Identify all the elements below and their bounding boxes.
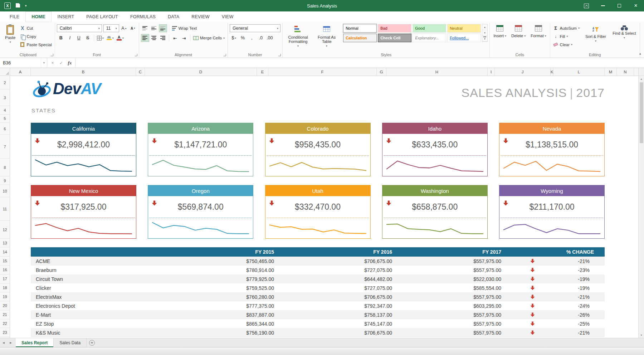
table-row-electronics-depot[interactable]: Electronics Depot$777,375.00$792,347.00$… (31, 301, 605, 310)
state-card-arizona[interactable]: Arizona$1,147,721.00 (148, 123, 253, 176)
column-header-b[interactable]: B (31, 68, 136, 76)
minimize-button[interactable] (595, 0, 611, 11)
clipboard-dialog-launcher-icon[interactable] (51, 54, 53, 56)
gallery-more-icon[interactable]: ▾ (482, 36, 487, 42)
maximize-button[interactable] (611, 0, 628, 11)
scrollbar-thumb[interactable] (640, 82, 643, 143)
row-header-6[interactable]: 6 (0, 123, 10, 135)
number-dialog-launcher-icon[interactable] (278, 54, 281, 56)
column-header-i[interactable]: I (488, 68, 495, 76)
row-header-21[interactable]: 21 (0, 310, 10, 319)
column-header-j[interactable]: J (495, 68, 551, 76)
ribbon-display-options-icon[interactable] (578, 0, 595, 11)
column-header-k[interactable]: K (551, 68, 553, 76)
font-color-button[interactable]: A▾ (116, 34, 125, 42)
strikethrough-button[interactable]: S (84, 34, 92, 42)
merge-cells-button[interactable]: Merge Cells▾ (192, 35, 226, 42)
percent-style-button[interactable]: % (239, 34, 247, 42)
alignment-dialog-launcher-icon[interactable] (224, 54, 226, 56)
number-format-select[interactable]: General▾ (230, 24, 280, 32)
state-card-new-mexico[interactable]: New Mexico$317,925.00 (31, 185, 136, 239)
ribbon-tab-page-layout[interactable]: PAGE LAYOUT (80, 11, 124, 22)
bold-button[interactable]: B (57, 34, 65, 42)
align-right-button[interactable] (159, 34, 167, 42)
row-header-17[interactable]: 17 (0, 274, 10, 283)
row-header-4[interactable]: 4 (0, 106, 10, 115)
ribbon-tab-file[interactable]: FILE (4, 11, 25, 22)
table-row-ez-stop[interactable]: EZ Stop$865,344.00$745,147.00$557,975.00… (31, 319, 605, 328)
font-family-select[interactable]: Calibri▾ (57, 24, 102, 32)
font-dialog-launcher-icon[interactable] (135, 54, 137, 56)
accounting-number-format-button[interactable]: $▾ (230, 34, 238, 42)
decrease-decimal-button[interactable]: .00 (265, 34, 274, 42)
sheet-nav-right-icon[interactable]: ▸ (7, 338, 14, 347)
insert-cells-button[interactable]: Insert▾ (492, 24, 508, 39)
cell-style-explanatory[interactable]: Explanatory... (413, 34, 446, 42)
table-row-k-s-music[interactable]: K&S Music$756,190.00$706,675.00$557,975.… (31, 328, 605, 337)
find-select-button[interactable]: Find & Select ▾ (611, 24, 638, 40)
gallery-down-icon[interactable]: ▾ (482, 30, 487, 36)
column-header-h[interactable]: H (386, 68, 488, 76)
decrease-indent-button[interactable]: ⇤ (171, 34, 179, 42)
row-header-14[interactable]: 14 (0, 247, 10, 257)
formula-input[interactable] (75, 58, 644, 68)
wrap-text-button[interactable]: Wrap Text (171, 25, 198, 32)
column-header-d[interactable]: D (145, 68, 257, 76)
row-header-10[interactable]: 10 (0, 185, 10, 197)
excel-app-icon[interactable]: X (4, 3, 11, 9)
autosum-button[interactable]: ΣAutoSum▾ (552, 25, 581, 31)
format-cells-button[interactable]: Format▾ (529, 24, 548, 39)
cell-style-check-cell[interactable]: Check Cell (378, 34, 411, 42)
scroll-up-icon[interactable]: ▴ (640, 76, 642, 82)
row-header-12[interactable]: 12 (0, 221, 10, 239)
sheet-tab-sales-data[interactable]: Sales Data (54, 338, 87, 347)
vertical-scrollbar[interactable]: ▴ ▾ (638, 76, 644, 338)
insert-function-icon[interactable]: fx (66, 58, 74, 68)
font-size-select[interactable]: 11▾ (103, 24, 119, 32)
format-as-table-button[interactable]: Format As Table ▾ (313, 24, 340, 49)
cell-style-followed[interactable]: Followed... (447, 34, 481, 42)
ribbon-tab-insert[interactable]: INSERT (52, 11, 80, 22)
align-left-button[interactable] (141, 34, 149, 42)
cell-style-normal[interactable]: Normal (343, 24, 377, 33)
new-sheet-button[interactable]: + (87, 338, 97, 347)
state-card-idaho[interactable]: Idaho$633,435.00 (382, 123, 488, 176)
underline-button[interactable]: U (75, 34, 83, 42)
table-row-e-mart[interactable]: E-Mart$837,887.00$758,137.00$557,975.00-… (31, 310, 605, 319)
italic-button[interactable]: I (66, 34, 74, 42)
state-card-colorado[interactable]: Colorado$958,435.00 (265, 123, 371, 176)
paste-button[interactable]: Paste ▾ (3, 24, 17, 45)
sort-filter-button[interactable]: AZ Sort & Filter ▾ (582, 24, 609, 44)
row-header-20[interactable]: 20 (0, 301, 10, 310)
paste-special-button[interactable]: Paste Special (19, 41, 53, 48)
row-header-11[interactable]: 11 (0, 197, 10, 221)
column-header-n[interactable]: N (617, 68, 634, 76)
row-header-5[interactable]: 5 (0, 115, 10, 123)
enter-icon[interactable]: ✓ (57, 58, 65, 68)
row-header-7[interactable]: 7 (0, 135, 10, 159)
cancel-icon[interactable]: × (49, 58, 57, 68)
table-row-acme[interactable]: ACME$750,465.00$706,675.00$557,975.00-21… (31, 257, 605, 266)
state-card-utah[interactable]: Utah$332,470.00 (265, 185, 371, 239)
center-button[interactable] (150, 34, 158, 42)
collapse-ribbon-icon[interactable]: ▾ (639, 52, 641, 56)
column-header-a[interactable]: A (10, 68, 31, 76)
increase-indent-button[interactable]: ⇥ (180, 34, 188, 42)
ribbon-tab-data[interactable]: DATA (162, 11, 185, 22)
column-header-e[interactable]: E (257, 68, 268, 76)
sheet-tab-sales-report[interactable]: Sales Report (16, 338, 54, 347)
state-card-california[interactable]: California$2,998,412.00 (31, 123, 136, 176)
bottom-align-button[interactable] (159, 24, 167, 32)
cell-style-bad[interactable]: Bad (378, 24, 411, 33)
gallery-up-icon[interactable]: ▴ (482, 24, 487, 30)
column-header-m[interactable]: M (605, 68, 617, 76)
column-header-l[interactable]: L (553, 68, 605, 76)
row-header-16[interactable]: 16 (0, 266, 10, 274)
name-box[interactable]: B36 ▾ (0, 58, 47, 68)
row-header-13[interactable]: 13 (0, 239, 10, 247)
row-header-9[interactable]: 9 (0, 176, 10, 185)
scroll-down-icon[interactable]: ▾ (640, 332, 642, 338)
state-card-nevada[interactable]: Nevada$1,138,515.00 (499, 123, 605, 176)
comma-style-button[interactable]: , (248, 34, 256, 42)
cell-style-calculation[interactable]: Calculation (343, 34, 377, 42)
